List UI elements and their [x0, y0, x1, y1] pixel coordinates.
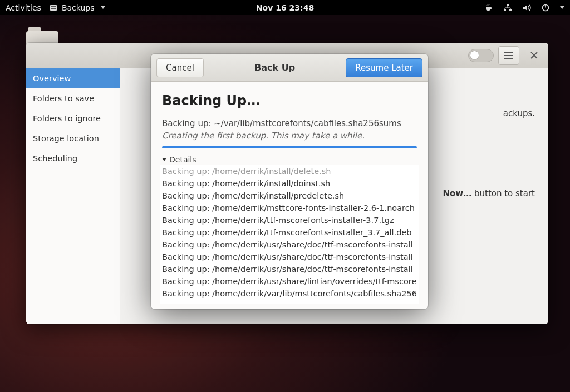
backups-app-icon: [49, 3, 58, 12]
log-line: Backing up: /home/derrik/install/doinst.…: [162, 177, 417, 190]
svg-rect-3: [507, 4, 509, 6]
overview-text-fragment: Now… button to start: [443, 188, 535, 199]
log-line: Backing up: /home/derrik/var/lib/msttcor…: [162, 287, 417, 300]
clock[interactable]: Nov 16 23:48: [256, 3, 314, 12]
svg-rect-2: [51, 8, 56, 9]
app-menu[interactable]: Backups: [49, 3, 105, 12]
log-line: Backing up: /home/derrik/ttf-mscorefonts…: [162, 226, 417, 239]
close-icon: [530, 52, 538, 59]
svg-rect-8: [504, 52, 513, 53]
log-line: Backing up: /home/derrik/msttcore-fonts-…: [162, 202, 417, 214]
overview-text-fragment: ackups.: [503, 108, 535, 118]
current-file-status: Backing up: ~/var/lib/msttcorefonts/cabf…: [162, 118, 417, 128]
caret-down-icon: [162, 158, 166, 161]
gnome-topbar: Activities Backups Nov 16 23:48: [0, 0, 570, 15]
details-log[interactable]: Backing up: /home/derrik/install/delete.…: [160, 165, 419, 304]
sidebar-item-scheduling[interactable]: Scheduling: [26, 148, 120, 168]
sidebar: OverviewFolders to saveFolders to ignore…: [26, 68, 120, 324]
progress-bar: [162, 146, 417, 148]
system-menu-chevron-icon[interactable]: [560, 6, 564, 9]
log-line: Backing up: /home/derrik/install/delete.…: [162, 165, 417, 177]
window-close-button[interactable]: [524, 47, 544, 64]
dialog-title: Back Up: [254, 62, 295, 73]
cancel-button[interactable]: Cancel: [156, 58, 204, 77]
log-line: Backing up: /home/derrik/install/predele…: [162, 190, 417, 202]
svg-rect-10: [504, 58, 513, 59]
coffee-icon[interactable]: [484, 3, 493, 12]
svg-rect-7: [545, 4, 546, 7]
sub-status: Creating the first backup. This may take…: [162, 131, 417, 141]
power-icon[interactable]: [541, 3, 550, 12]
network-icon[interactable]: [503, 3, 512, 12]
backup-progress-dialog: Cancel Back Up Resume Later Backing Up… …: [151, 54, 428, 309]
log-line: Backing up: /home/derrik/usr/share/doc/t…: [162, 239, 417, 251]
hamburger-menu-button[interactable]: [498, 46, 519, 65]
sidebar-item-folders-to-ignore[interactable]: Folders to ignore: [26, 108, 120, 128]
resume-later-button[interactable]: Resume Later: [346, 58, 422, 77]
activities-button[interactable]: Activities: [6, 3, 41, 12]
sidebar-item-storage-location[interactable]: Storage location: [26, 128, 120, 148]
dialog-heading: Backing Up…: [162, 93, 417, 108]
volume-icon[interactable]: [522, 3, 531, 12]
app-menu-label: Backups: [62, 3, 95, 12]
sidebar-item-folders-to-save[interactable]: Folders to save: [26, 88, 120, 108]
details-label: Details: [169, 155, 196, 164]
chevron-down-icon: [101, 6, 105, 9]
svg-rect-4: [504, 9, 506, 11]
details-expander[interactable]: Details: [162, 155, 417, 164]
svg-rect-9: [504, 55, 513, 56]
log-line: Backing up: /home/derrik/usr/share/linti…: [162, 275, 417, 287]
log-line: Backing up: /home/derrik/usr/share/doc/t…: [162, 263, 417, 275]
sidebar-item-overview[interactable]: Overview: [26, 68, 120, 88]
hamburger-icon: [504, 52, 513, 59]
log-line: Backing up: /home/derrik/usr/share/doc/t…: [162, 251, 417, 263]
log-line: Backing up: /home/derrik/ttf-mscorefonts…: [162, 214, 417, 226]
svg-rect-1: [51, 6, 56, 7]
dialog-headerbar: Cancel Back Up Resume Later: [151, 54, 428, 82]
svg-rect-5: [509, 9, 512, 11]
backup-toggle-switch[interactable]: [468, 49, 494, 62]
